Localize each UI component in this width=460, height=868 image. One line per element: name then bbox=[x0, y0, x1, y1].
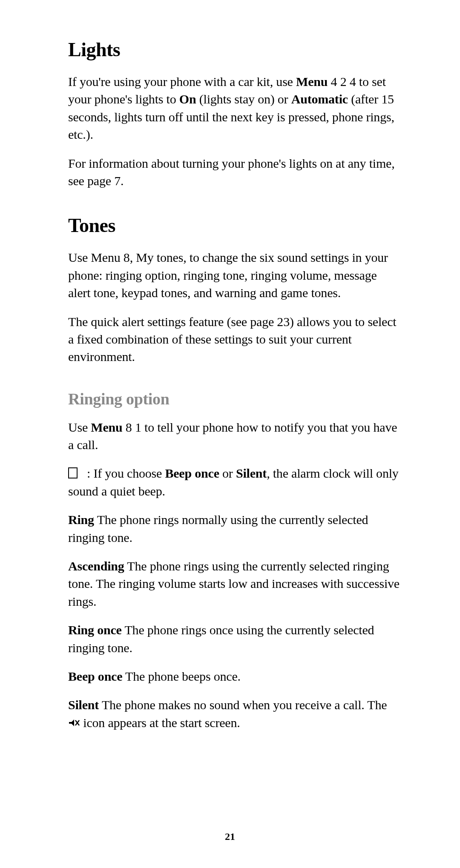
bold-beep-once-opt: Beep once bbox=[68, 669, 122, 683]
tones-paragraph-2: The quick alert settings feature (see pa… bbox=[68, 313, 400, 366]
page-number: 21 bbox=[0, 831, 460, 842]
text: icon appears at the start screen. bbox=[80, 716, 240, 730]
option-beep-once: Beep once The phone beeps once. bbox=[68, 667, 400, 685]
ringing-paragraph-1: Use Menu 8 1 to tell your phone how to n… bbox=[68, 418, 400, 454]
bold-menu: Menu bbox=[296, 74, 328, 89]
bold-ring: Ring bbox=[68, 513, 94, 527]
option-ring-once: Ring once The phone rings once using the… bbox=[68, 621, 400, 656]
silent-icon bbox=[68, 718, 80, 730]
text: or bbox=[219, 466, 236, 480]
bold-ring-once: Ring once bbox=[68, 623, 122, 637]
bold-silent: Silent bbox=[236, 466, 267, 480]
text: The phone beeps once. bbox=[122, 669, 240, 683]
bold-automatic: Automatic bbox=[291, 92, 348, 106]
heading-ringing-option: Ringing option bbox=[68, 390, 400, 408]
note-paragraph: : If you choose Beep once or Silent, the… bbox=[68, 464, 400, 500]
text: Use bbox=[68, 420, 91, 434]
text: (lights stay on) or bbox=[196, 92, 291, 106]
bold-silent-opt: Silent bbox=[68, 698, 99, 712]
text: If you're using your phone with a car ki… bbox=[68, 74, 296, 89]
text: : If you choose bbox=[87, 466, 165, 480]
lights-paragraph-1: If you're using your phone with a car ki… bbox=[68, 73, 400, 143]
tones-paragraph-1: Use Menu 8, My tones, to change the six … bbox=[68, 249, 400, 301]
text: The phone makes no sound when you receiv… bbox=[99, 698, 387, 712]
bold-beep-once: Beep once bbox=[165, 466, 219, 480]
text: The phone rings normally using the curre… bbox=[68, 513, 368, 544]
bold-ascending: Ascending bbox=[68, 559, 124, 573]
bold-menu: Menu bbox=[91, 420, 122, 434]
heading-lights: Lights bbox=[68, 38, 400, 61]
option-ascending: Ascending The phone rings using the curr… bbox=[68, 557, 400, 610]
option-ring: Ring The phone rings normally using the … bbox=[68, 511, 400, 546]
option-silent: Silent The phone makes no sound when you… bbox=[68, 696, 400, 731]
note-icon bbox=[68, 467, 78, 478]
lights-paragraph-2: For information about turning your phone… bbox=[68, 155, 400, 190]
heading-tones: Tones bbox=[68, 214, 400, 237]
bold-on: On bbox=[179, 92, 196, 106]
